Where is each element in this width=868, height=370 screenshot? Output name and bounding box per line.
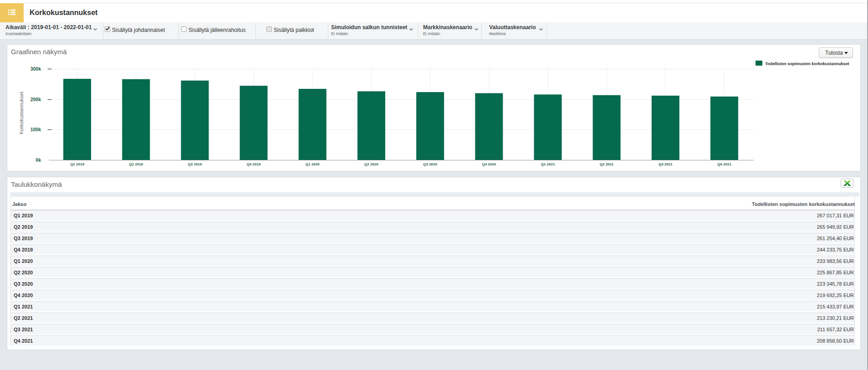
svg-text:Q4 2019: Q4 2019 xyxy=(247,162,261,166)
svg-text:Q3 2021: Q3 2021 xyxy=(659,162,673,166)
svg-text:Q4 2021: Q4 2021 xyxy=(717,162,731,166)
svg-text:200k: 200k xyxy=(31,97,41,102)
svg-text:Q4 2020: Q4 2020 xyxy=(482,162,496,166)
svg-text:Q1 2019: Q1 2019 xyxy=(70,162,84,166)
svg-text:0k: 0k xyxy=(36,157,41,163)
svg-text:Korkokustannukset: Korkokustannukset xyxy=(19,92,24,134)
svg-text:Q1 2020: Q1 2020 xyxy=(306,162,320,166)
svg-text:Q3 2019: Q3 2019 xyxy=(188,162,202,166)
svg-text:100k: 100k xyxy=(31,127,41,132)
svg-text:Q3 2020: Q3 2020 xyxy=(423,162,437,166)
svg-text:Todellisten sopimusten korkoku: Todellisten sopimusten korkokustannukset xyxy=(765,62,849,66)
svg-text:Q1 2021: Q1 2021 xyxy=(541,162,555,166)
svg-text:Q2 2020: Q2 2020 xyxy=(364,162,378,166)
svg-text:Q2 2021: Q2 2021 xyxy=(600,162,614,166)
svg-text:Q2 2019: Q2 2019 xyxy=(129,162,143,166)
svg-text:300k: 300k xyxy=(31,66,41,72)
